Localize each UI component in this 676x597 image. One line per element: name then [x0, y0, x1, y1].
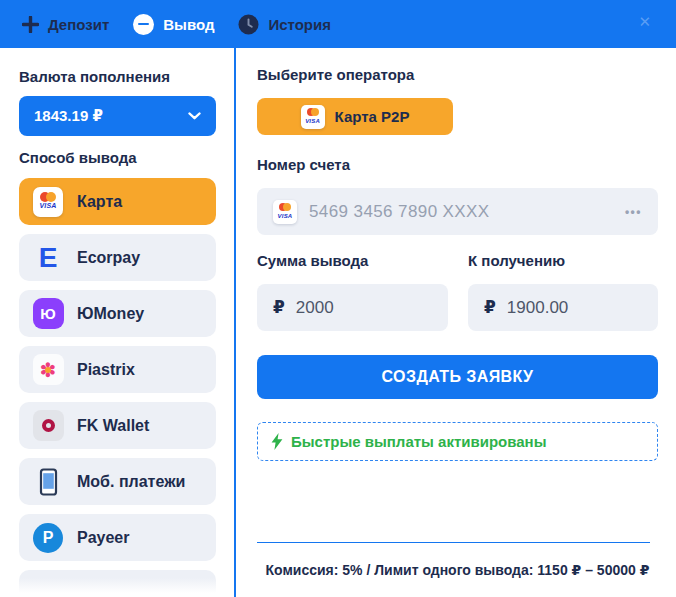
receive-value: 1900.00: [507, 298, 568, 318]
piastrix-icon: ✽: [32, 354, 64, 386]
fast-payout-text: Быстрые выплаты активированы: [291, 433, 546, 450]
method-item-ecorpay[interactable]: E Ecorpay: [19, 234, 216, 281]
receive-input[interactable]: ₽ 1900.00: [468, 284, 658, 331]
method-item-yoomoney[interactable]: Ю ЮMoney: [19, 290, 216, 337]
account-number-input[interactable]: VISA 5469 3456 7890 XXXX •••: [257, 188, 658, 235]
tab-history-label: История: [268, 16, 331, 33]
method-list: VISA Карта E Ecorpay Ю ЮMoney ✽ P: [19, 178, 216, 597]
withdrawal-modal: Депозит Вывод История ✕ Валюта пополнени…: [0, 0, 676, 597]
fast-payout-banner: Быстрые выплаты активированы: [257, 422, 658, 461]
operator-card-p2p-button[interactable]: VISA Карта P2P: [257, 98, 453, 135]
minus-circle-icon: [133, 14, 154, 35]
tab-deposit-label: Депозит: [48, 16, 109, 33]
visa-mastercard-icon: VISA: [32, 186, 64, 218]
method-label-yoomoney: ЮMoney: [77, 305, 144, 323]
close-icon[interactable]: ✕: [638, 14, 651, 29]
method-label-piastrix: Piastrix: [77, 361, 135, 379]
footer-divider: [257, 542, 650, 543]
clock-icon: [238, 14, 259, 35]
ruble-sign: ₽: [273, 297, 285, 318]
tab-history[interactable]: История: [238, 14, 331, 35]
ellipsis-menu-icon[interactable]: •••: [625, 205, 642, 219]
tab-withdraw[interactable]: Вывод: [133, 14, 214, 35]
account-label: Номер счета: [257, 156, 350, 173]
method-label-ecorpay: Ecorpay: [77, 249, 140, 267]
chevron-down-icon: [188, 112, 201, 120]
method-item-card[interactable]: VISA Карта: [19, 178, 216, 225]
plus-icon: [22, 16, 39, 33]
method-item-piastrix[interactable]: ✽ Piastrix: [19, 346, 216, 393]
tab-withdraw-label: Вывод: [163, 16, 214, 33]
lightning-bolt-icon: [271, 433, 283, 450]
ecorpay-icon: E: [32, 242, 64, 274]
ruble-sign: ₽: [484, 297, 496, 318]
operator-button-label: Карта P2P: [335, 108, 410, 125]
visa-mastercard-icon: VISA: [273, 200, 297, 224]
sidebar: Валюта пополнения 1843.19 ₽ Способ вывод…: [0, 48, 236, 597]
header: Депозит Вывод История ✕: [0, 0, 676, 48]
tab-deposit[interactable]: Депозит: [22, 16, 109, 33]
method-label-mobile: Моб. платежи: [77, 473, 185, 491]
amount-label: Сумма вывода: [257, 252, 368, 269]
method-item-payeer[interactable]: P Payeer: [19, 514, 216, 561]
payeer-icon: P: [32, 522, 64, 554]
method-item-mobile[interactable]: Моб. платежи: [19, 458, 216, 505]
mobile-phone-icon: [32, 466, 64, 498]
account-number-value: 5469 3456 7890 XXXX: [309, 202, 490, 222]
currency-select[interactable]: 1843.19 ₽: [19, 96, 216, 136]
receive-label: К получению: [468, 252, 565, 269]
amount-input[interactable]: ₽ 2000: [257, 284, 448, 331]
method-label: Способ вывода: [19, 149, 137, 166]
currency-label: Валюта пополнения: [19, 68, 170, 85]
yoomoney-icon: Ю: [32, 298, 64, 330]
operator-label: Выберите оператора: [257, 66, 414, 83]
amount-value: 2000: [296, 298, 334, 318]
create-request-button[interactable]: СОЗДАТЬ ЗАЯВКУ: [257, 355, 658, 399]
method-label-fkwallet: FK Wallet: [77, 417, 149, 435]
method-label-card: Карта: [77, 193, 122, 211]
method-item-partial[interactable]: [19, 570, 216, 597]
currency-value: 1843.19 ₽: [34, 107, 103, 125]
method-item-fkwallet[interactable]: FK Wallet: [19, 402, 216, 449]
visa-mastercard-icon: VISA: [301, 105, 325, 129]
commission-text: Комиссия: 5% / Лимит одного вывода: 1150…: [257, 562, 658, 578]
method-label-payeer: Payeer: [77, 529, 130, 547]
fkwallet-icon: [32, 410, 64, 442]
